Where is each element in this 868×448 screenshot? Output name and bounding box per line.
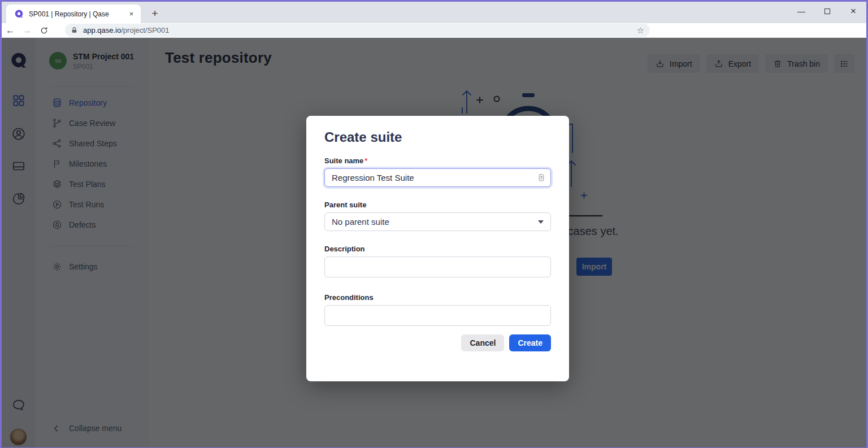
required-mark: * (364, 156, 367, 165)
restore-button[interactable] (814, 2, 840, 21)
modal-actions: Cancel Create (324, 334, 551, 351)
parent-suite-select[interactable]: No parent suite (324, 212, 551, 231)
url-text: app.qase.io/project/SP001 (83, 26, 170, 34)
lock-icon (71, 27, 78, 34)
tab-title: SP001 | Repository | Qase (29, 10, 127, 18)
create-suite-modal: Create suite Suite name* Parent suite No… (306, 116, 569, 381)
forward-button[interactable]: → (19, 24, 36, 37)
description-label: Description (324, 245, 551, 253)
browser-tab[interactable]: SP001 | Repository | Qase × (6, 5, 141, 23)
qase-favicon-icon (14, 9, 24, 19)
tab-strip: SP001 | Repository | Qase × + — × (2, 2, 866, 23)
back-button[interactable]: ← (2, 24, 19, 37)
new-tab-button[interactable]: + (147, 6, 162, 21)
preconditions-field: Preconditions (324, 293, 551, 328)
browser-window: SP001 | Repository | Qase × + — × ← → ap… (0, 0, 868, 448)
browser-toolbar: ← → app.qase.io/project/SP001 ☆ (2, 23, 866, 38)
refresh-icon (40, 27, 48, 34)
parent-suite-field: Parent suite No parent suite (324, 201, 551, 231)
url-domain: app.qase.io (83, 26, 121, 34)
close-button[interactable]: × (840, 2, 866, 21)
bookmark-star-icon[interactable]: ☆ (637, 25, 644, 36)
url-bar[interactable]: app.qase.io/project/SP001 ☆ (65, 24, 650, 37)
parent-suite-label: Parent suite (324, 201, 551, 209)
description-input[interactable] (324, 256, 551, 277)
page-content: S0 STM Project 001 SP001 Repository (2, 38, 866, 447)
create-button[interactable]: Create (509, 334, 551, 351)
preconditions-input[interactable] (324, 305, 551, 326)
cancel-button[interactable]: Cancel (461, 334, 504, 351)
restore-icon (824, 8, 830, 14)
suite-name-field: Suite name* (324, 156, 551, 187)
minimize-button[interactable]: — (788, 2, 814, 21)
preconditions-label: Preconditions (324, 293, 551, 302)
chevron-down-icon (538, 220, 544, 224)
refresh-button[interactable] (36, 24, 53, 37)
parent-suite-value: No parent suite (332, 217, 389, 227)
suite-name-input[interactable] (324, 168, 551, 187)
tab-close-icon[interactable]: × (127, 9, 136, 19)
window-controls: — × (788, 2, 866, 21)
description-field: Description (324, 245, 551, 280)
modal-title: Create suite (324, 129, 551, 145)
autofill-profile-icon (537, 172, 545, 183)
url-path: /project/SP001 (121, 26, 169, 34)
suite-name-label: Suite name* (324, 156, 551, 165)
